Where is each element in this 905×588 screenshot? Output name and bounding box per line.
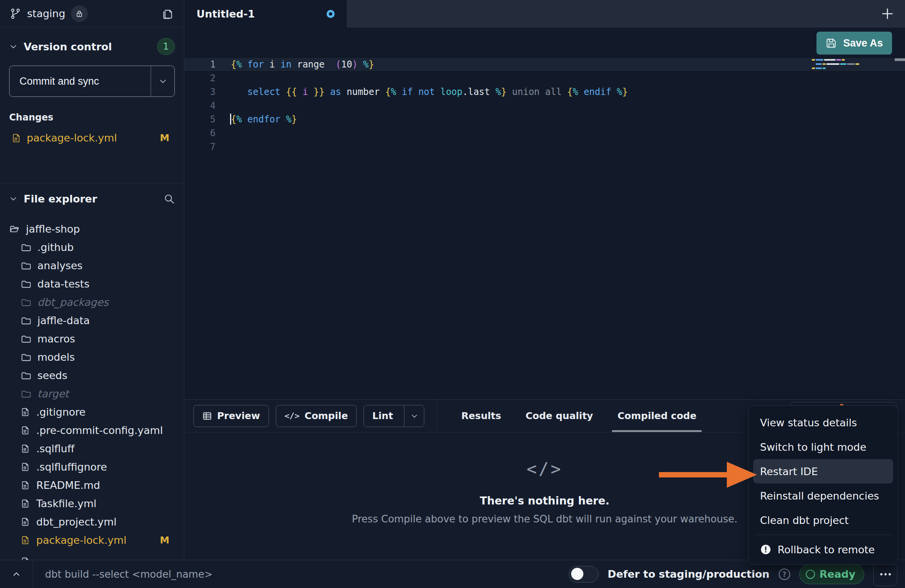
new-tab-button[interactable] <box>879 5 896 22</box>
git-branch-icon <box>10 8 21 19</box>
dot-icon <box>880 573 882 575</box>
folder-icon <box>21 278 31 289</box>
code-area[interactable]: 1{% for i in range (10) %}23 select {{ i… <box>184 58 905 399</box>
defer-label: Defer to staging/production <box>608 568 770 580</box>
tree-item-data-tests[interactable]: data-tests <box>9 275 175 293</box>
line-number: 5 <box>184 112 216 126</box>
menu-item-clean-dbt-project[interactable]: Clean dbt project <box>753 508 893 532</box>
tree-item-package-lock.yml[interactable]: package-lock.ymlM <box>9 531 175 549</box>
menu-item-switch-to-light-mode[interactable]: Switch to light mode <box>753 435 893 459</box>
code-line-1[interactable]: 1{% for i in range (10) %} <box>184 58 905 71</box>
code-line-6[interactable]: 6 <box>184 126 905 140</box>
panel-tab-compiled-code[interactable]: Compiled code <box>617 400 696 432</box>
chevron-down-icon[interactable] <box>9 194 18 203</box>
code-line-7[interactable]: 7 <box>184 140 905 154</box>
copy-icon <box>162 8 174 20</box>
tree-item-partial[interactable] <box>9 552 175 560</box>
file-tree: jaffle-shop.githubanalysesdata-testsdbt_… <box>9 220 175 560</box>
tree-item-label: analyses <box>37 260 82 272</box>
code-icon: </> <box>285 411 300 421</box>
code-line-4[interactable]: 4 <box>184 99 905 112</box>
code-editor[interactable]: Save As 1{% for i in range (10) %}23 sel… <box>184 27 905 399</box>
tree-item-.gitignore[interactable]: .gitignore <box>9 403 175 421</box>
minimap[interactable] <box>812 59 869 72</box>
menu-divider <box>754 535 892 535</box>
code-line-3[interactable]: 3 select {{ i }} as number {% if not loo… <box>184 85 905 99</box>
tree-item-dbt_project.yml[interactable]: dbt_project.yml <box>9 512 175 531</box>
tree-item-models[interactable]: models <box>9 348 175 366</box>
branch-header: staging <box>0 0 184 27</box>
menu-item-label: Rollback to remote <box>778 544 875 556</box>
tree-item-label: .pre-commit-config.yaml <box>36 424 163 436</box>
tree-item-jaffle-data[interactable]: jaffle-data <box>9 311 175 329</box>
chevron-down-icon[interactable] <box>9 42 18 51</box>
commit-options-caret[interactable] <box>151 66 174 96</box>
file-icon <box>21 535 30 545</box>
menu-item-reinstall-dependencies[interactable]: Reinstall dependencies <box>753 484 893 508</box>
menu-item-view-status-details[interactable]: View status details <box>753 410 893 435</box>
tree-item-macros[interactable]: macros <box>9 329 175 348</box>
panel-tabs: ResultsCode qualityCompiled code <box>461 400 696 432</box>
tree-item-jaffle-shop[interactable]: jaffle-shop <box>9 220 175 238</box>
panel-tab-code-quality[interactable]: Code quality <box>525 400 593 432</box>
line-number: 2 <box>184 71 216 85</box>
compile-button[interactable]: </> Compile <box>276 405 357 427</box>
code-line-5[interactable]: 5{% endfor %} <box>184 112 905 126</box>
line-content <box>216 126 231 140</box>
preview-button[interactable]: Preview <box>193 405 269 427</box>
defer-toggle[interactable] <box>569 566 599 583</box>
menu-item-label: Reinstall dependencies <box>760 490 879 502</box>
tab-untitled-1[interactable]: Untitled-1 <box>184 0 347 28</box>
more-options-button[interactable] <box>873 562 897 586</box>
chevron-up-icon <box>11 569 21 579</box>
file-search-button[interactable] <box>163 193 175 204</box>
file-explorer-title: File explorer <box>24 193 97 205</box>
folder-icon <box>21 260 31 271</box>
commit-button-label: Commit and sync <box>10 76 151 87</box>
tree-item-Taskfile.yml[interactable]: Taskfile.yml <box>9 494 175 512</box>
tree-item-.sqlfluffignore[interactable]: .sqlfluffignore <box>9 458 175 476</box>
file-icon <box>21 480 30 490</box>
scrollbar-thumb[interactable] <box>895 58 905 61</box>
chevron-down-icon <box>411 412 418 420</box>
menu-item-label: Clean dbt project <box>760 514 849 526</box>
command-input[interactable]: dbt build --select <model_name> <box>45 569 213 580</box>
tree-item-dbt_packages[interactable]: dbt_packages <box>9 293 175 311</box>
tree-item-.sqlfluff[interactable]: .sqlfluff <box>9 439 175 458</box>
tree-item-label: models <box>37 351 75 363</box>
status-badge[interactable]: Ready <box>799 564 864 584</box>
save-as-button[interactable]: Save As <box>816 32 892 55</box>
changed-file-row[interactable]: package-lock.yml M <box>9 132 175 144</box>
plus-icon <box>880 6 895 21</box>
dbt-ide-app: staging Version control 1 C <box>0 0 905 588</box>
code-line-2[interactable]: 2 <box>184 71 905 85</box>
copy-branch-button[interactable] <box>162 8 174 20</box>
folder-icon <box>21 333 31 344</box>
dot-icon <box>889 573 891 575</box>
tree-item-analyses[interactable]: analyses <box>9 256 175 275</box>
file-icon <box>21 517 30 527</box>
modified-badge: M <box>160 132 175 143</box>
line-content: select {{ i }} as number {% if not loop.… <box>216 85 628 99</box>
file-icon <box>21 407 30 417</box>
tree-item-target[interactable]: target <box>9 384 175 403</box>
tree-item-README.md[interactable]: README.md <box>9 476 175 494</box>
compile-label: Compile <box>304 410 348 421</box>
line-content: {% endfor %} <box>216 112 297 126</box>
lint-options-caret[interactable] <box>404 405 424 427</box>
lint-button[interactable]: Lint <box>364 405 424 427</box>
collapse-command-bar-button[interactable] <box>0 560 33 588</box>
menu-item-restart-ide[interactable]: Restart IDE <box>753 459 893 484</box>
file-icon <box>21 426 30 435</box>
file-icon <box>21 557 30 560</box>
menu-item-rollback-to-remote[interactable]: Rollback to remote <box>753 537 893 562</box>
panel-tab-results[interactable]: Results <box>461 400 501 432</box>
tree-item-.github[interactable]: .github <box>9 238 175 256</box>
tree-item-seeds[interactable]: seeds <box>9 366 175 384</box>
tree-item-.pre-commit-config.yaml[interactable]: .pre-commit-config.yaml <box>9 421 175 439</box>
annotation-arrow <box>656 459 759 490</box>
text-cursor <box>230 114 231 125</box>
help-icon[interactable]: ? <box>779 569 790 580</box>
commit-and-sync-button[interactable]: Commit and sync <box>9 66 175 97</box>
status-dot-icon <box>806 570 815 579</box>
